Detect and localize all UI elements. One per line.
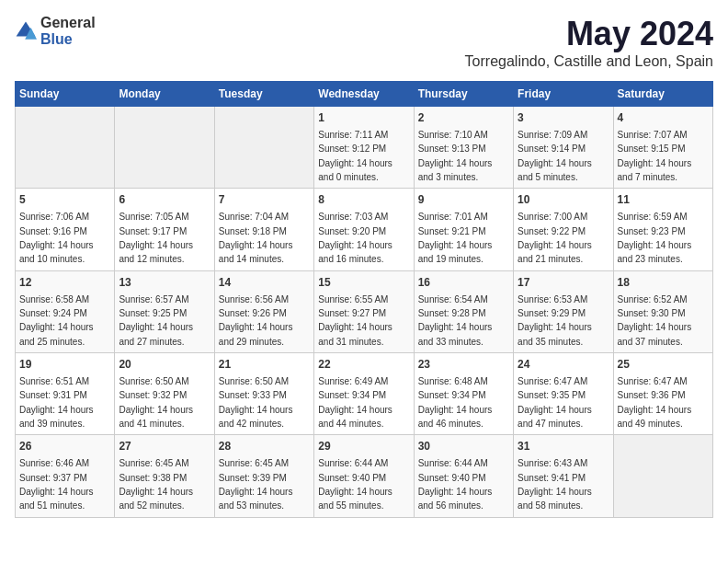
calendar-table: SundayMondayTuesdayWednesdayThursdayFrid… (15, 81, 713, 518)
day-cell: 2Sunrise: 7:10 AMSunset: 9:13 PMDaylight… (414, 107, 513, 189)
day-number: 10 (518, 192, 609, 208)
day-cell (16, 107, 115, 189)
day-number: 8 (318, 192, 409, 208)
header-cell-monday: Monday (115, 82, 214, 107)
day-number: 31 (518, 439, 609, 454)
day-info: Sunrise: 6:52 AMSunset: 9:30 PMDaylight:… (618, 294, 692, 347)
day-cell: 25Sunrise: 6:47 AMSunset: 9:36 PMDayligh… (613, 353, 712, 435)
day-info: Sunrise: 6:47 AMSunset: 9:35 PMDaylight:… (518, 376, 592, 429)
day-info: Sunrise: 7:03 AMSunset: 9:20 PMDaylight:… (318, 212, 392, 264)
week-row-5: 26Sunrise: 6:46 AMSunset: 9:37 PMDayligh… (16, 435, 713, 517)
day-info: Sunrise: 6:45 AMSunset: 9:39 PMDaylight:… (219, 458, 293, 511)
day-info: Sunrise: 6:43 AMSunset: 9:41 PMDaylight:… (518, 458, 592, 511)
week-row-2: 5Sunrise: 7:06 AMSunset: 9:16 PMDaylight… (16, 189, 713, 270)
logo-blue: Blue (40, 31, 73, 47)
day-number: 4 (618, 110, 709, 126)
day-number: 28 (219, 439, 310, 454)
week-row-1: 1Sunrise: 7:11 AMSunset: 9:12 PMDaylight… (16, 107, 713, 189)
day-number: 25 (618, 357, 709, 373)
day-number: 2 (418, 110, 509, 126)
day-info: Sunrise: 6:50 AMSunset: 9:32 PMDaylight:… (119, 376, 193, 429)
day-cell: 22Sunrise: 6:49 AMSunset: 9:34 PMDayligh… (314, 353, 414, 435)
header-cell-saturday: Saturday (613, 82, 712, 107)
day-cell: 30Sunrise: 6:44 AMSunset: 9:40 PMDayligh… (414, 435, 513, 517)
day-info: Sunrise: 6:44 AMSunset: 9:40 PMDaylight:… (418, 458, 493, 511)
day-number: 14 (219, 275, 310, 291)
day-number: 21 (219, 357, 310, 373)
day-number: 22 (318, 357, 409, 373)
day-number: 18 (618, 275, 709, 291)
day-number: 15 (318, 275, 409, 291)
day-cell: 13Sunrise: 6:57 AMSunset: 9:25 PMDayligh… (115, 270, 214, 352)
day-cell: 24Sunrise: 6:47 AMSunset: 9:35 PMDayligh… (514, 353, 613, 435)
day-info: Sunrise: 6:55 AMSunset: 9:27 PMDaylight:… (318, 294, 392, 347)
title-area: May 2024 Torregalindo, Castille and Leon… (465, 15, 713, 70)
day-number: 30 (418, 439, 509, 454)
day-number: 11 (618, 192, 709, 208)
day-info: Sunrise: 7:11 AMSunset: 9:12 PMDaylight:… (318, 130, 392, 182)
day-cell: 28Sunrise: 6:45 AMSunset: 9:39 PMDayligh… (214, 435, 313, 517)
day-cell: 18Sunrise: 6:52 AMSunset: 9:30 PMDayligh… (613, 270, 712, 352)
day-cell (214, 107, 313, 189)
day-info: Sunrise: 6:54 AMSunset: 9:28 PMDaylight:… (418, 294, 493, 347)
day-cell: 23Sunrise: 6:48 AMSunset: 9:34 PMDayligh… (414, 353, 513, 435)
day-cell (613, 435, 712, 517)
header-cell-thursday: Thursday (414, 82, 513, 107)
day-number: 27 (119, 439, 210, 454)
day-cell: 21Sunrise: 6:50 AMSunset: 9:33 PMDayligh… (214, 353, 313, 435)
day-info: Sunrise: 6:56 AMSunset: 9:26 PMDaylight:… (219, 294, 293, 347)
day-cell: 26Sunrise: 6:46 AMSunset: 9:37 PMDayligh… (16, 435, 115, 517)
day-info: Sunrise: 6:51 AMSunset: 9:31 PMDaylight:… (19, 376, 94, 429)
week-row-4: 19Sunrise: 6:51 AMSunset: 9:31 PMDayligh… (16, 353, 713, 435)
logo-icon (15, 20, 37, 42)
day-info: Sunrise: 7:01 AMSunset: 9:21 PMDaylight:… (418, 212, 493, 264)
day-info: Sunrise: 6:59 AMSunset: 9:23 PMDaylight:… (618, 212, 692, 264)
day-number: 20 (119, 357, 210, 373)
day-cell: 11Sunrise: 6:59 AMSunset: 9:23 PMDayligh… (613, 189, 712, 270)
day-number: 29 (318, 439, 409, 454)
subtitle: Torregalindo, Castille and Leon, Spain (465, 53, 713, 70)
day-cell: 31Sunrise: 6:43 AMSunset: 9:41 PMDayligh… (514, 435, 613, 517)
day-number: 17 (518, 275, 609, 291)
header: General Blue May 2024 Torregalindo, Cast… (15, 15, 713, 70)
day-cell: 1Sunrise: 7:11 AMSunset: 9:12 PMDaylight… (314, 107, 414, 189)
day-info: Sunrise: 7:05 AMSunset: 9:17 PMDaylight:… (119, 212, 193, 264)
day-info: Sunrise: 6:44 AMSunset: 9:40 PMDaylight:… (318, 458, 392, 511)
day-number: 23 (418, 357, 509, 373)
day-cell: 7Sunrise: 7:04 AMSunset: 9:18 PMDaylight… (214, 189, 313, 270)
header-row: SundayMondayTuesdayWednesdayThursdayFrid… (16, 82, 713, 107)
day-number: 6 (119, 192, 210, 208)
header-cell-sunday: Sunday (16, 82, 115, 107)
day-cell: 20Sunrise: 6:50 AMSunset: 9:32 PMDayligh… (115, 353, 214, 435)
day-cell: 12Sunrise: 6:58 AMSunset: 9:24 PMDayligh… (16, 270, 115, 352)
header-cell-tuesday: Tuesday (214, 82, 313, 107)
day-cell: 10Sunrise: 7:00 AMSunset: 9:22 PMDayligh… (514, 189, 613, 270)
day-info: Sunrise: 6:57 AMSunset: 9:25 PMDaylight:… (119, 294, 193, 347)
day-cell: 17Sunrise: 6:53 AMSunset: 9:29 PMDayligh… (514, 270, 613, 352)
day-cell: 3Sunrise: 7:09 AMSunset: 9:14 PMDaylight… (514, 107, 613, 189)
day-info: Sunrise: 7:07 AMSunset: 9:15 PMDaylight:… (618, 130, 692, 182)
day-info: Sunrise: 6:45 AMSunset: 9:38 PMDaylight:… (119, 458, 193, 511)
day-info: Sunrise: 6:53 AMSunset: 9:29 PMDaylight:… (518, 294, 592, 347)
day-number: 3 (518, 110, 609, 126)
day-info: Sunrise: 7:06 AMSunset: 9:16 PMDaylight:… (19, 212, 94, 264)
day-number: 5 (19, 192, 110, 208)
day-number: 16 (418, 275, 509, 291)
week-row-3: 12Sunrise: 6:58 AMSunset: 9:24 PMDayligh… (16, 270, 713, 352)
day-cell: 5Sunrise: 7:06 AMSunset: 9:16 PMDaylight… (16, 189, 115, 270)
day-number: 19 (19, 357, 110, 373)
day-cell: 6Sunrise: 7:05 AMSunset: 9:17 PMDaylight… (115, 189, 214, 270)
day-number: 26 (19, 439, 110, 454)
day-number: 1 (318, 110, 409, 126)
day-cell: 29Sunrise: 6:44 AMSunset: 9:40 PMDayligh… (314, 435, 414, 517)
day-number: 13 (119, 275, 210, 291)
day-info: Sunrise: 6:49 AMSunset: 9:34 PMDaylight:… (318, 376, 392, 429)
day-number: 24 (518, 357, 609, 373)
day-cell: 9Sunrise: 7:01 AMSunset: 9:21 PMDaylight… (414, 189, 513, 270)
day-info: Sunrise: 7:00 AMSunset: 9:22 PMDaylight:… (518, 212, 592, 264)
day-cell: 15Sunrise: 6:55 AMSunset: 9:27 PMDayligh… (314, 270, 414, 352)
day-cell: 27Sunrise: 6:45 AMSunset: 9:38 PMDayligh… (115, 435, 214, 517)
main-title: May 2024 (465, 15, 713, 53)
day-cell (115, 107, 214, 189)
day-number: 7 (219, 192, 310, 208)
